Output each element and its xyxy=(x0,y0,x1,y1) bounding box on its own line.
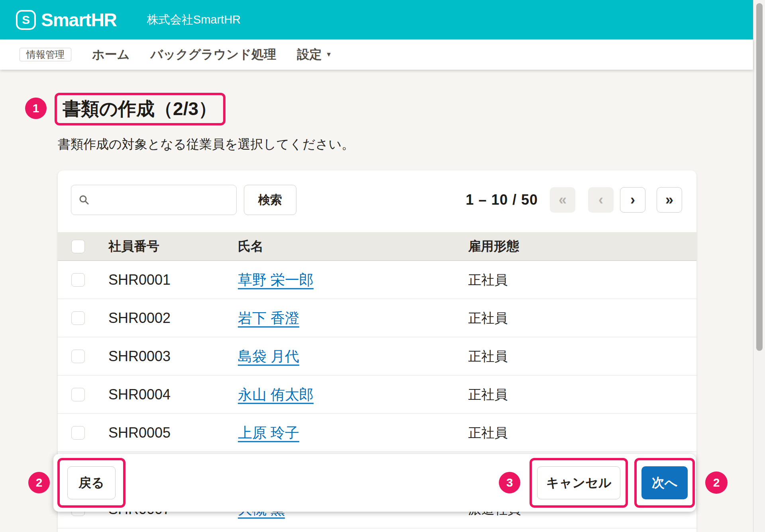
next-button[interactable]: 次へ xyxy=(641,466,688,499)
pagination-next-button[interactable]: › xyxy=(620,187,645,213)
pagination-range: 1 – 10 / 50 xyxy=(466,185,538,215)
employee-name-link[interactable]: 岩下 香澄 xyxy=(238,308,299,328)
annotation-badge-3: 3 xyxy=(499,472,520,493)
scrollbar-track xyxy=(753,0,765,532)
row-checkbox[interactable] xyxy=(71,273,85,287)
annotation-highlight-title: 書類の作成（2/3） xyxy=(55,93,226,125)
pagination-first-button[interactable]: « xyxy=(550,187,575,213)
employee-name-link[interactable]: 島袋 月代 xyxy=(238,346,299,366)
search-input[interactable] xyxy=(71,185,237,215)
annotation-highlight-back: 戻る xyxy=(57,458,126,508)
scrollbar-thumb[interactable] xyxy=(756,3,763,351)
pagination-prev-button[interactable]: ‹ xyxy=(588,187,614,213)
nav-item-settings[interactable]: 設定 ▼ xyxy=(297,46,332,63)
employee-id: SHR0005 xyxy=(108,424,171,441)
employee-id: SHR0002 xyxy=(108,310,171,327)
employment-type: 正社員 xyxy=(468,347,508,365)
employment-type: 正社員 xyxy=(468,385,508,403)
column-header-employee-id: 社員番号 xyxy=(108,238,159,255)
chevron-right-icon: › xyxy=(630,192,635,208)
nav-item-background-jobs[interactable]: バックグラウンド処理 xyxy=(150,46,276,63)
select-all-checkbox[interactable] xyxy=(71,240,85,253)
current-app-badge: 情報管理 xyxy=(20,48,71,61)
brand-header: S SmartHR 株式会社SmartHR xyxy=(0,0,753,39)
employment-type: 正社員 xyxy=(468,271,508,289)
double-chevron-left-icon: « xyxy=(559,192,567,208)
row-checkbox[interactable] xyxy=(71,350,85,363)
pagination-last-button[interactable]: » xyxy=(657,187,682,213)
table-row: SHR0002 岩下 香澄 正社員 xyxy=(58,299,696,337)
search-field-wrap xyxy=(71,185,237,215)
cancel-button[interactable]: キャンセル xyxy=(537,466,620,499)
search-icon xyxy=(78,194,90,205)
table-row: SHR0001 草野 栄一郎 正社員 xyxy=(58,261,696,299)
employee-name-link[interactable]: 永山 侑太郎 xyxy=(238,385,314,404)
annotation-badge-1: 1 xyxy=(25,98,47,119)
back-button[interactable]: 戻る xyxy=(67,466,116,499)
table-header-row: 社員番号 氏名 雇用形態 xyxy=(58,232,696,261)
employee-id: SHR0004 xyxy=(108,386,171,403)
column-header-name: 氏名 xyxy=(238,238,263,255)
smarthr-logo-icon: S xyxy=(16,10,36,30)
annotation-badge-2-right: 2 xyxy=(705,471,728,494)
annotation-highlight-next: 次へ xyxy=(634,458,695,508)
employment-type: 正社員 xyxy=(468,309,508,327)
employee-id: SHR0003 xyxy=(108,348,171,365)
logo-text: SmartHR xyxy=(41,9,117,31)
table-row: SHR0003 島袋 月代 正社員 xyxy=(58,337,696,376)
table-row: SHR0004 永山 侑太郎 正社員 xyxy=(58,376,696,414)
annotation-highlight-cancel: キャンセル xyxy=(530,458,628,508)
page-title: 書類の作成（2/3） xyxy=(63,97,217,121)
smarthr-logo[interactable]: S SmartHR xyxy=(16,9,117,31)
chevron-down-icon: ▼ xyxy=(326,51,332,58)
row-checkbox[interactable] xyxy=(71,426,85,440)
chevron-left-icon: ‹ xyxy=(598,192,603,208)
company-name: 株式会社SmartHR xyxy=(147,12,241,28)
page-description: 書類作成の対象となる従業員を選択してください。 xyxy=(58,136,354,153)
table-row: SHR0005 上原 玲子 正社員 xyxy=(58,414,696,452)
logo-letter: S xyxy=(22,13,30,27)
double-chevron-right-icon: » xyxy=(665,192,673,208)
search-button[interactable]: 検索 xyxy=(244,185,296,215)
row-checkbox[interactable] xyxy=(71,311,85,325)
employee-name-link[interactable]: 草野 栄一郎 xyxy=(238,270,314,289)
bottom-action-bar: 戻る キャンセル 次へ xyxy=(53,454,696,512)
employment-type: 正社員 xyxy=(468,424,508,442)
nav-item-home[interactable]: ホーム xyxy=(92,46,129,63)
annotation-badge-2-left: 2 xyxy=(28,472,50,493)
employee-name-link[interactable]: 上原 玲子 xyxy=(238,423,299,442)
main-navigation: 情報管理 ホーム バックグラウンド処理 設定 ▼ xyxy=(0,39,753,70)
employee-id: SHR0001 xyxy=(108,272,171,288)
column-header-employment: 雇用形態 xyxy=(468,238,519,255)
row-checkbox[interactable] xyxy=(71,388,85,401)
